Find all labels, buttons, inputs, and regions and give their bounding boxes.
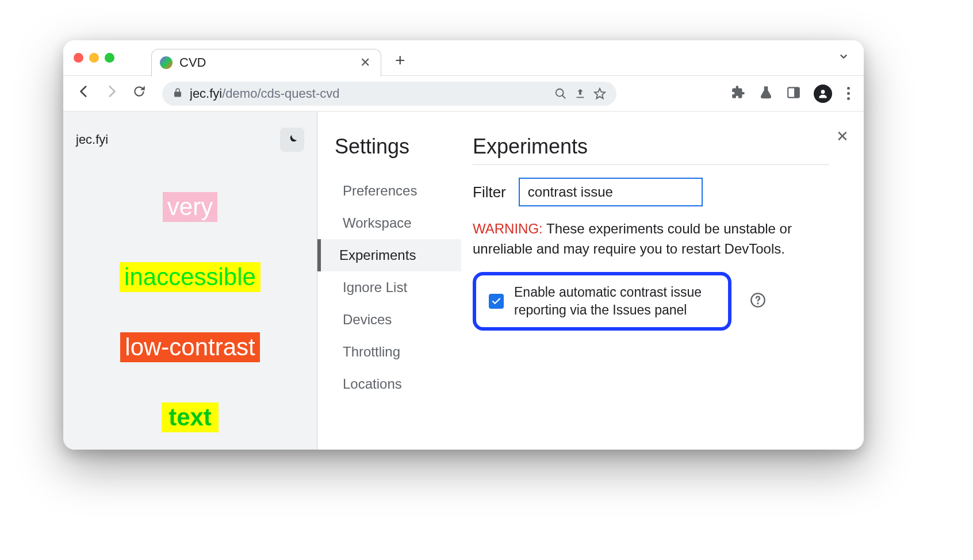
experiments-panel-title: Experiments	[473, 135, 829, 159]
nav-item-locations[interactable]: Locations	[335, 368, 461, 400]
demo-word-1: very	[163, 192, 217, 222]
demo-word-4: text	[162, 402, 219, 432]
experiment-label: Enable automatic contrast issue reportin…	[514, 283, 715, 319]
moon-icon	[286, 133, 298, 146]
nav-item-experiments[interactable]: Experiments	[317, 239, 461, 271]
url-path: /demo/cds-quest-cvd	[222, 86, 339, 101]
divider	[473, 164, 829, 165]
lock-icon	[173, 86, 183, 101]
dark-mode-toggle[interactable]	[280, 128, 304, 152]
url-text: jec.fyi/demo/cds-quest-cvd	[190, 86, 547, 101]
svg-point-0	[556, 89, 564, 96]
side-panel-icon[interactable]	[786, 85, 801, 102]
new-tab-button[interactable]: +	[389, 51, 411, 70]
browser-window: CVD ✕ + jec.fyi/demo/cds-quest-cvd	[63, 40, 864, 450]
close-tab-button[interactable]: ✕	[360, 55, 370, 70]
minimize-window-button[interactable]	[89, 53, 99, 63]
favicon-icon	[160, 56, 173, 69]
tabs-dropdown-button[interactable]	[837, 50, 853, 66]
experiment-checkbox[interactable]	[489, 294, 504, 309]
devtools-settings-panel: ✕ Settings Preferences Workspace Experim…	[317, 112, 864, 450]
page-site-title: jec.fyi	[76, 132, 108, 147]
filter-row: Filter	[473, 178, 829, 206]
back-button[interactable]	[75, 84, 93, 103]
maximize-window-button[interactable]	[105, 53, 114, 63]
nav-item-workspace[interactable]: Workspace	[335, 207, 461, 239]
window-controls	[74, 53, 114, 63]
zoom-icon[interactable]	[554, 87, 567, 100]
close-devtools-settings-button[interactable]: ✕	[836, 128, 849, 145]
address-bar[interactable]: jec.fyi/demo/cds-quest-cvd	[162, 82, 616, 106]
labs-flask-icon[interactable]	[759, 85, 773, 102]
settings-title: Settings	[335, 135, 461, 159]
nav-item-throttling[interactable]: Throttling	[335, 336, 461, 368]
experiments-filter-input[interactable]	[519, 178, 703, 206]
settings-nav-list: Preferences Workspace Experiments Ignore…	[335, 175, 461, 400]
demo-text-column: very inaccessible low-contrast text	[76, 192, 304, 432]
share-icon[interactable]	[574, 87, 587, 100]
browser-toolbar: jec.fyi/demo/cds-quest-cvd	[63, 76, 864, 112]
filter-label: Filter	[473, 183, 506, 201]
svg-line-1	[562, 95, 566, 98]
warning-label: WARNING:	[473, 221, 543, 236]
help-icon[interactable]	[750, 292, 766, 310]
profile-avatar[interactable]	[814, 85, 832, 103]
svg-rect-3	[794, 87, 799, 97]
tab-bar: CVD ✕ +	[63, 40, 864, 76]
settings-sidebar: Settings Preferences Workspace Experimen…	[317, 112, 461, 450]
page-header: jec.fyi	[76, 128, 304, 152]
tab-title: CVD	[179, 55, 353, 70]
experiment-highlight-box: Enable automatic contrast issue reportin…	[473, 272, 731, 331]
nav-item-devices[interactable]: Devices	[335, 304, 461, 336]
demo-word-3: low-contrast	[120, 332, 259, 362]
settings-body: Experiments Filter WARNING: These experi…	[461, 112, 864, 450]
reload-button[interactable]	[130, 84, 148, 103]
toolbar-right	[731, 85, 852, 103]
demo-word-2: inaccessible	[120, 262, 261, 292]
nav-item-ignore-list[interactable]: Ignore List	[335, 271, 461, 304]
page-viewport: jec.fyi very inaccessible low-contrast t…	[63, 112, 317, 450]
svg-point-4	[821, 90, 825, 94]
svg-point-6	[757, 303, 758, 304]
browser-tab[interactable]: CVD ✕	[151, 49, 381, 76]
close-window-button[interactable]	[74, 53, 83, 63]
bookmark-star-icon[interactable]	[593, 87, 606, 100]
content-area: jec.fyi very inaccessible low-contrast t…	[63, 112, 864, 450]
browser-menu-button[interactable]	[845, 87, 852, 100]
experiments-warning: WARNING: These experiments could be unst…	[473, 219, 829, 259]
checkmark-icon	[491, 296, 501, 306]
forward-button[interactable]	[102, 84, 121, 103]
extensions-icon[interactable]	[731, 85, 746, 102]
experiment-row: Enable automatic contrast issue reportin…	[473, 272, 829, 331]
url-host: jec.fyi	[190, 86, 222, 101]
nav-item-preferences[interactable]: Preferences	[335, 175, 461, 207]
